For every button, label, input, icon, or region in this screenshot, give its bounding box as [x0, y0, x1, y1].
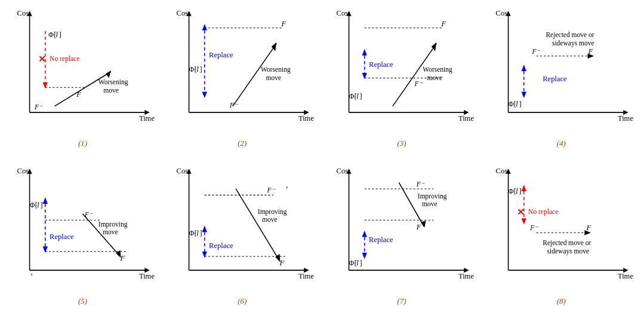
svg-text:Cost: Cost	[495, 166, 510, 175]
svg-text:l: l	[56, 30, 58, 39]
svg-marker-152	[521, 185, 526, 191]
svg-text:move: move	[266, 74, 282, 81]
svg-text:Cost: Cost	[336, 9, 350, 17]
svg-text:move: move	[103, 228, 118, 236]
diagram-8: Cost Time Φ[l] ✕ No replace F⁻ F Rejecte…	[482, 161, 641, 319]
svg-text:No replace: No replace	[50, 55, 79, 63]
cell-label-7: (7)	[398, 296, 406, 306]
diagram-4: Cost Time Rejected move or sideways move…	[482, 3, 641, 161]
svg-marker-76	[521, 92, 526, 98]
svg-marker-87	[43, 197, 48, 203]
svg-text:Replace: Replace	[369, 60, 393, 69]
svg-text:Time: Time	[298, 271, 314, 280]
main-container: Cost Time Φ[l] ✕ No replace F F⁻ Worseni…	[0, 0, 644, 321]
svg-line-16	[54, 72, 110, 106]
svg-text:✕: ✕	[517, 207, 525, 216]
svg-text:Replace: Replace	[209, 241, 233, 250]
svg-text:Φ[: Φ[	[349, 258, 356, 267]
diagram-2: Cost Time Φ[l] Replace F F⁻ Worsening mo…	[162, 3, 322, 161]
diagram-3: Cost Time F Replace F⁻ Φ[l] Worsening mo…	[322, 3, 482, 161]
svg-text:Cost: Cost	[17, 9, 32, 17]
svg-text:Replace: Replace	[543, 75, 567, 83]
svg-text:l: l	[196, 65, 199, 74]
svg-text:Cost: Cost	[177, 166, 191, 175]
svg-text:l: l	[37, 201, 39, 209]
svg-text:Rejected move or: Rejected move or	[543, 239, 591, 247]
svg-text:F⁻: F⁻	[415, 180, 424, 187]
svg-text:]: ]	[359, 92, 362, 100]
cell-label-4: (4)	[557, 139, 566, 148]
svg-text:Worsening: Worsening	[261, 66, 291, 74]
svg-text:Φ[: Φ[	[48, 30, 56, 39]
svg-text:Worsening: Worsening	[98, 78, 128, 86]
svg-text:Time: Time	[298, 114, 314, 123]
svg-text:l: l	[516, 100, 518, 108]
svg-text:Improving: Improving	[258, 207, 287, 215]
svg-text:F⁻: F⁻	[34, 103, 43, 111]
svg-marker-136	[362, 231, 366, 237]
svg-text:Worsening: Worsening	[423, 66, 452, 74]
svg-marker-153	[521, 218, 526, 224]
svg-text:F: F	[587, 47, 593, 56]
diagram-5: Cost Time Φ[l] Replace F⁻ F Improving mo…	[3, 161, 162, 319]
svg-marker-75	[521, 65, 526, 71]
svg-text:F⁻: F⁻	[267, 187, 276, 194]
diagram-7-svg: Cost Time F⁻ F Replace Φ[l] Improving mo…	[325, 164, 479, 295]
svg-text:✕: ✕	[38, 54, 46, 64]
svg-text:Φ[: Φ[	[30, 201, 38, 209]
svg-text:]: ]	[359, 258, 362, 267]
svg-text:]: ]	[200, 65, 202, 74]
svg-text:F: F	[415, 223, 421, 231]
cell-label-3: (3)	[398, 139, 406, 148]
svg-text:Rejected move or: Rejected move or	[546, 31, 594, 39]
diagram-4-svg: Cost Time Rejected move or sideways move…	[485, 6, 638, 137]
cell-label-2: (2)	[238, 139, 246, 148]
svg-text:]: ]	[519, 187, 521, 195]
svg-marker-112	[202, 251, 207, 257]
svg-text:l: l	[356, 258, 359, 267]
svg-text:F⁻: F⁻	[414, 80, 423, 87]
svg-text:Time: Time	[458, 114, 473, 123]
svg-text:Replace: Replace	[50, 232, 74, 240]
diagram-1: Cost Time Φ[l] ✕ No replace F F⁻ Worseni…	[3, 3, 162, 161]
diagram-2-svg: Cost Time Φ[l] Replace F F⁻ Worsening mo…	[165, 6, 319, 137]
svg-text:Cost: Cost	[177, 9, 191, 17]
svg-text:Time: Time	[139, 271, 155, 280]
svg-text:move: move	[262, 216, 278, 223]
svg-marker-111	[202, 225, 207, 231]
svg-text:Φ[: Φ[	[189, 65, 197, 74]
svg-line-119	[236, 188, 279, 260]
svg-text:Φ[: Φ[	[508, 187, 516, 195]
svg-text:No replace: No replace	[528, 207, 558, 215]
svg-text:Improving: Improving	[417, 192, 446, 200]
diagram-5-svg: Cost Time Φ[l] Replace F⁻ F Improving mo…	[6, 164, 159, 295]
svg-text:F: F	[440, 20, 446, 28]
svg-text:': '	[31, 271, 33, 281]
cell-label-1: (1)	[78, 139, 87, 148]
svg-text:Time: Time	[618, 271, 633, 280]
svg-text:]: ]	[40, 201, 42, 209]
svg-text:Improving: Improving	[98, 220, 128, 228]
svg-text:sideways move: sideways move	[547, 247, 589, 255]
svg-text:move: move	[103, 87, 119, 94]
svg-marker-137	[362, 252, 366, 258]
svg-text:]: ]	[200, 229, 202, 237]
svg-text:Time: Time	[458, 271, 473, 280]
svg-text:,: ,	[286, 180, 288, 189]
svg-text:Φ[: Φ[	[508, 100, 516, 108]
svg-text:Cost: Cost	[495, 9, 510, 17]
svg-text:F⁻: F⁻	[531, 48, 540, 55]
svg-text:Φ[: Φ[	[189, 229, 197, 237]
diagram-6-svg: Cost Time F⁻ Φ[l] Replace F Improving mo…	[165, 164, 319, 295]
cell-label-6: (6)	[238, 296, 246, 306]
svg-text:l: l	[356, 92, 359, 100]
diagram-3-svg: Cost Time F Replace F⁻ Φ[l] Worsening mo…	[325, 6, 479, 137]
svg-text:sideways move: sideways move	[552, 39, 594, 47]
svg-text:Replace: Replace	[209, 51, 233, 59]
svg-marker-28	[202, 92, 207, 98]
svg-text:Replace: Replace	[369, 235, 393, 243]
svg-text:Φ[: Φ[	[349, 92, 356, 100]
diagram-8-svg: Cost Time Φ[l] ✕ No replace F⁻ F Rejecte…	[485, 164, 638, 295]
diagram-6: Cost Time F⁻ Φ[l] Replace F Improving mo…	[162, 161, 322, 319]
svg-marker-49	[362, 49, 366, 55]
